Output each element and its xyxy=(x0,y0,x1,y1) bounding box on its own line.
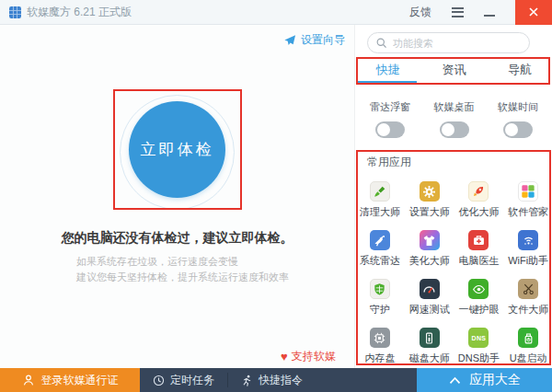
chip-icon xyxy=(370,328,390,348)
app-disk-master[interactable]: 磁盘大师 xyxy=(405,324,454,373)
user-icon xyxy=(22,374,35,386)
status-headline: 您的电脑还没有体检过，建议立即体检。 xyxy=(0,230,354,247)
scissors-icon xyxy=(518,279,538,299)
clock-icon xyxy=(153,375,165,386)
app-speed-test[interactable]: 网速测试 xyxy=(405,275,454,324)
app-cleaner-master[interactable]: 清理大师 xyxy=(355,178,405,226)
toggle-label-desktop: 软媒桌面 xyxy=(434,100,475,114)
tshirt-icon xyxy=(420,230,440,250)
app-logo-icon xyxy=(9,6,21,18)
dns-icon: DNS xyxy=(468,328,489,348)
app-guard[interactable]: 守护 xyxy=(355,275,405,324)
brush-icon xyxy=(370,181,390,202)
runner-icon xyxy=(241,375,253,386)
gear-icon xyxy=(420,181,440,202)
eye-icon xyxy=(468,279,489,299)
status-subline-2: 建议您每天坚持体检，提升系统运行速度和效率 xyxy=(76,271,289,284)
feedback-button[interactable]: 反馈 xyxy=(409,5,431,20)
quick-commands-button[interactable]: 快捷指令 xyxy=(228,368,316,392)
tab-quick[interactable]: 快捷 xyxy=(355,59,421,83)
apps-section-header: 常用应用 xyxy=(367,155,411,170)
chevron-up-icon xyxy=(448,374,462,387)
app-usb-boot[interactable]: U盘启动 xyxy=(503,324,552,373)
app-file-master[interactable]: 文件大师 xyxy=(503,275,552,324)
shield-icon xyxy=(370,279,390,299)
paper-plane-icon xyxy=(283,34,296,47)
toggle-ruanmei-time[interactable] xyxy=(503,121,533,138)
app-system-radar[interactable]: 系统雷达 xyxy=(355,226,405,275)
window-title: 软媒魔方 6.21 正式版 xyxy=(27,5,132,20)
app-beautify-master[interactable]: 美化大师 xyxy=(405,226,454,275)
close-button[interactable] xyxy=(515,0,552,25)
search-icon xyxy=(375,37,387,49)
tab-navigation[interactable]: 导航 xyxy=(487,59,552,83)
app-settings-master[interactable]: 设置大师 xyxy=(405,178,454,226)
main-panel: 设置向导 立即体检 您的电脑还没有体检过，建议立即体检。 如果系统存在垃圾，运行… xyxy=(0,25,354,368)
bottom-bar: 登录软媒通行证 定时任务 快捷指令 应用大全 xyxy=(0,368,552,392)
setup-wizard-button[interactable]: 设置向导 xyxy=(283,32,345,48)
tab-bar: 快捷 资讯 导航 xyxy=(355,59,552,83)
bottom-bar-middle: 定时任务 快捷指令 xyxy=(140,368,417,392)
title-bar: 软媒魔方 6.21 正式版 反馈 xyxy=(0,0,552,25)
check-now-button[interactable]: 立即体检 xyxy=(129,101,225,198)
speedometer-icon xyxy=(420,279,440,299)
rocket-icon xyxy=(468,181,489,202)
toggle-label-radar: 雷达浮窗 xyxy=(370,100,410,114)
app-pc-doctor[interactable]: 电脑医生 xyxy=(454,226,504,275)
apps-all-button[interactable]: 应用大全 xyxy=(417,368,552,392)
toggle-ruanmei-desktop[interactable] xyxy=(440,121,469,138)
app-optimize-master[interactable]: 优化大师 xyxy=(454,178,504,226)
sidebar-panel: 快捷 资讯 导航 雷达浮窗 软媒桌面 软媒时间 常用应用 xyxy=(354,25,552,368)
toggle-row: 雷达浮窗 软媒桌面 软媒时间 xyxy=(355,100,552,138)
satellite-dish-icon xyxy=(370,230,390,250)
app-window: 软媒魔方 6.21 正式版 反馈 设置向导 立即体检 您的电脑还没有体检过，建议… xyxy=(0,0,552,392)
support-link[interactable]: ♥ 支持软媒 xyxy=(281,349,336,364)
app-ram-disk[interactable]: 内存盘 xyxy=(355,324,405,373)
search-input[interactable] xyxy=(393,38,503,49)
app-dns-assistant[interactable]: DNS DNS助手 xyxy=(454,324,504,373)
close-icon xyxy=(528,6,539,17)
minimize-button[interactable] xyxy=(484,15,495,17)
disk-icon xyxy=(420,328,440,348)
login-pass-button[interactable]: 登录软媒通行证 xyxy=(0,368,140,392)
toggle-label-time: 软媒时间 xyxy=(498,100,538,114)
app-software-manager[interactable]: 软件管家 xyxy=(503,178,552,226)
pinwheel-icon xyxy=(518,181,538,202)
heart-icon: ♥ xyxy=(281,351,288,363)
toggle-radar-float-window[interactable] xyxy=(375,121,405,138)
app-eye-protection[interactable]: 一键护眼 xyxy=(454,275,504,324)
first-aid-kit-icon xyxy=(468,230,489,250)
tab-news[interactable]: 资讯 xyxy=(421,59,488,83)
menu-icon[interactable] xyxy=(452,7,464,17)
app-grid: 清理大师 设置大师 优化大师 xyxy=(355,178,552,373)
scheduled-tasks-button[interactable]: 定时任务 xyxy=(140,368,227,392)
wifi-icon xyxy=(518,230,538,250)
usb-icon xyxy=(518,328,538,348)
status-subline-1: 如果系统存在垃圾，运行速度会变慢 xyxy=(76,255,238,269)
app-wifi-assistant[interactable]: WiFi助手 xyxy=(503,226,552,275)
search-box[interactable] xyxy=(367,32,530,53)
